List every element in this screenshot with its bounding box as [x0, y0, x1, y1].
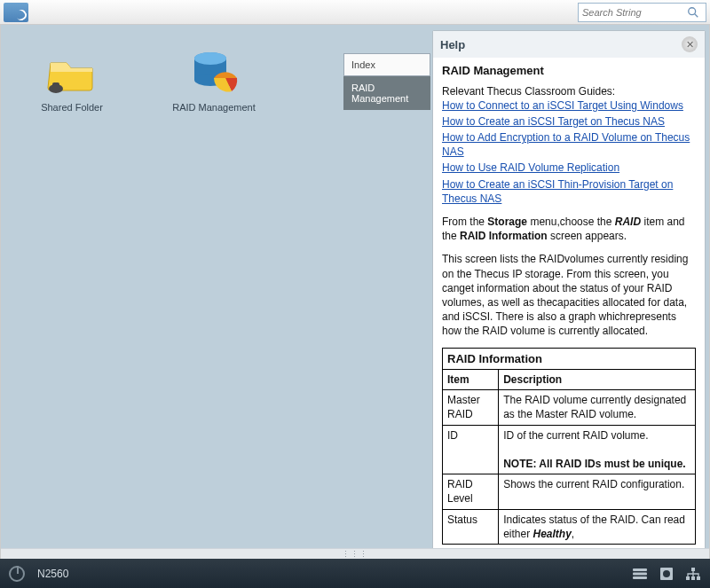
svg-point-7	[194, 52, 226, 65]
network-icon[interactable]	[685, 567, 701, 581]
footer-bar: N2560	[0, 559, 710, 588]
desktop-icon-label: RAID Management	[172, 101, 256, 114]
desktop-icon-label: Shared Folder	[41, 101, 103, 114]
horizontal-scrollbar[interactable]: ⋮⋮⋮	[1, 548, 709, 559]
power-icon[interactable]	[9, 566, 25, 582]
table-row: Master RAID The RAID volume currently de…	[443, 390, 696, 425]
search-input[interactable]	[579, 5, 683, 20]
help-link[interactable]: How to Create an iSCSI Target on Thecus …	[442, 115, 665, 128]
help-link[interactable]: How to Create an iSCSI Thin-Provision Ta…	[442, 178, 673, 205]
help-paragraph: From the Storage menu,choose the RAID it…	[442, 215, 696, 243]
help-panel: Help ✕ RAID Management Relevant Thecus C…	[432, 30, 706, 553]
svg-rect-9	[633, 572, 647, 575]
svg-rect-16	[697, 576, 700, 580]
help-tabbar: Index RAID Management	[343, 53, 430, 110]
folder-shared-icon	[43, 51, 100, 94]
storage-icon[interactable]	[632, 567, 648, 581]
top-toolbar	[0, 0, 710, 25]
help-link[interactable]: How to Use RAID Volume Replication	[442, 161, 619, 174]
table-caption: RAID Information	[442, 348, 696, 370]
help-paragraph: This screen lists the RAIDvolumes curren…	[442, 252, 696, 338]
svg-rect-15	[691, 576, 695, 580]
table-row: RAID Level Shows the current RAID config…	[443, 474, 696, 509]
svg-line-1	[695, 13, 698, 17]
desktop-icon-shared-folder[interactable]: Shared Folder	[28, 51, 116, 114]
table-row: Status Indicates status of the RAID. Can…	[443, 509, 696, 544]
model-label: N2560	[37, 568, 68, 580]
app-logo-icon	[4, 3, 28, 22]
tab-raid-management[interactable]: RAID Management	[343, 76, 430, 110]
disk-icon[interactable]	[659, 567, 674, 581]
svg-rect-14	[686, 576, 690, 580]
help-link[interactable]: How to Add Encryption to a RAID Volume o…	[442, 131, 690, 158]
raid-icon	[185, 51, 242, 94]
help-header: Help ✕	[433, 31, 705, 58]
raid-info-table: RAID Information Item Description Master…	[442, 348, 696, 545]
help-title: Help	[440, 38, 465, 51]
svg-point-12	[663, 570, 670, 577]
svg-rect-10	[633, 576, 647, 579]
search-box[interactable]	[578, 3, 706, 22]
tab-index[interactable]: Index	[343, 53, 430, 76]
table-header-row: Item Description	[443, 370, 696, 390]
desktop: Shared Folder RAID Management Index RAID…	[0, 25, 710, 559]
table-header: Description	[499, 370, 696, 390]
table-row: ID ID of the current RAID volume.NOTE: A…	[443, 425, 696, 474]
svg-point-0	[689, 7, 696, 14]
svg-rect-13	[691, 568, 695, 571]
help-body[interactable]: RAID Management Relevant Thecus Classroo…	[433, 58, 705, 553]
table-header: Item	[443, 370, 499, 390]
help-heading: RAID Management	[442, 63, 696, 79]
guides-intro: Relevant Thecus Classroom Guides:	[442, 84, 696, 98]
desktop-icon-raid-management[interactable]: RAID Management	[170, 51, 258, 114]
help-link[interactable]: How to Connect to an iSCSI Target Using …	[442, 99, 683, 112]
svg-rect-3	[52, 82, 59, 90]
close-icon[interactable]: ✕	[682, 36, 698, 52]
search-icon[interactable]	[683, 4, 703, 21]
svg-rect-8	[633, 568, 647, 571]
